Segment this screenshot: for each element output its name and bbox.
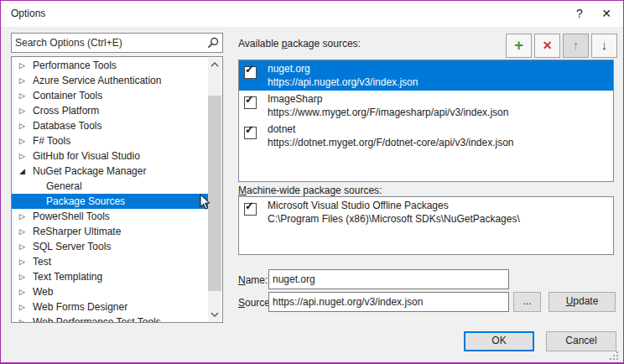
package-source-name: dotnet <box>268 123 295 135</box>
sidebar-item-web-performance-test-tools[interactable]: ▷Web Performance Test Tools <box>12 315 208 323</box>
search-icon <box>207 37 219 49</box>
package-source-url: C:\Program Files (x86)\Microsoft SDKs\Nu… <box>268 213 520 225</box>
sidebar-item-web-forms-designer[interactable]: ▷Web Forms Designer <box>12 299 208 315</box>
machine-wide-sources-list: ✓Microsoft Visual Studio Offline Package… <box>238 196 614 255</box>
title-bar[interactable]: Options ? ✕ <box>1 1 623 27</box>
tree-collapsed-icon[interactable]: ▷ <box>19 224 28 239</box>
enabled-checkbox[interactable]: ✓ <box>244 66 257 79</box>
browse-button[interactable]: ... <box>513 292 541 312</box>
sidebar-item-github-for-visual-studio[interactable]: ▷GitHub for Visual Studio <box>12 148 208 164</box>
sidebar-item-label: Performance Tools <box>33 60 117 71</box>
package-source-item[interactable]: ✓dotnethttps://dotnet.myget.org/F/dotnet… <box>239 121 613 151</box>
package-source-item[interactable]: ✓Microsoft Visual Studio Offline Package… <box>239 197 613 227</box>
checkmark-icon: ✓ <box>245 200 254 211</box>
sidebar-item-f-tools[interactable]: ▷F# Tools <box>12 133 208 148</box>
sidebar-item-performance-tools[interactable]: ▷Performance Tools <box>12 58 208 73</box>
sidebar-item-label: Package Sources <box>46 195 125 207</box>
sidebar-item-label: Web <box>33 286 53 298</box>
available-sources-label: Available package sources: <box>238 38 361 49</box>
checkmark-icon: ✓ <box>245 64 254 75</box>
sidebar-item-label: PowerShell Tools <box>33 211 110 222</box>
tree-collapsed-icon[interactable]: ▷ <box>19 133 28 148</box>
available-sources-list: ✓nuget.orghttps://api.nuget.org/v3/index… <box>238 60 614 182</box>
scrollbar-thumb[interactable] <box>208 96 221 291</box>
enabled-checkbox[interactable]: ✓ <box>244 96 257 109</box>
add-source-button[interactable]: + <box>506 34 532 58</box>
sidebar-item-azure-service-authentication[interactable]: ▷Azure Service Authentication <box>12 73 208 88</box>
sidebar-item-label: Azure Service Authentication <box>33 75 161 86</box>
sidebar-item-powershell-tools[interactable]: ▷PowerShell Tools <box>12 209 208 224</box>
tree-collapsed-icon[interactable]: ▷ <box>19 118 28 133</box>
source-field[interactable] <box>268 292 509 312</box>
scroll-up-icon[interactable] <box>208 58 221 71</box>
sidebar-item-sql-server-tools[interactable]: ▷SQL Server Tools <box>12 239 208 254</box>
arrow-up-icon: ↑ <box>573 38 580 52</box>
package-source-item[interactable]: ✓nuget.orghttps://api.nuget.org/v3/index… <box>239 60 613 91</box>
sidebar-item-cross-platform[interactable]: ▷Cross Platform <box>12 103 208 118</box>
sidebar-item-nuget-package-manager[interactable]: ◢NuGet Package Manager <box>12 164 208 179</box>
enabled-checkbox[interactable]: ✓ <box>244 127 257 139</box>
sidebar-item-label: Web Forms Designer <box>33 301 127 313</box>
close-icon: ✕ <box>601 7 611 20</box>
delete-x-icon: ✕ <box>543 39 553 52</box>
sidebar-item-label: SQL Server Tools <box>33 241 111 252</box>
package-source-url: https://www.myget.org/F/imagesharp/api/v… <box>268 107 508 118</box>
tree-collapsed-icon[interactable]: ▷ <box>19 58 28 73</box>
tree-collapsed-icon[interactable]: ▷ <box>19 73 28 88</box>
tree-collapsed-icon[interactable]: ▷ <box>19 315 28 323</box>
sidebar-item-text-templating[interactable]: ▷Text Templating <box>12 269 208 284</box>
package-source-name: Microsoft Visual Studio Offline Packages <box>268 200 449 211</box>
tree-collapsed-icon[interactable]: ▷ <box>19 254 28 269</box>
tree-scrollbar[interactable] <box>208 58 221 321</box>
sidebar-item-label: Web Performance Test Tools <box>33 316 161 323</box>
remove-source-button[interactable]: ✕ <box>534 34 560 58</box>
options-tree: ▷Performance Tools▷Azure Service Authent… <box>11 56 223 323</box>
tree-collapsed-icon[interactable]: ▷ <box>19 103 28 118</box>
package-source-name: nuget.org <box>268 63 310 75</box>
tree-collapsed-icon[interactable]: ▷ <box>19 299 28 315</box>
sidebar-item-label: Container Tools <box>33 90 102 101</box>
tree-collapsed-icon[interactable]: ▷ <box>19 88 28 103</box>
sidebar-item-label: GitHub for Visual Studio <box>33 150 140 162</box>
options-dialog-window: Options ? ✕ ▷Performance Tools▷Azure Ser… <box>0 0 624 364</box>
plus-icon: + <box>514 36 523 54</box>
sidebar-item-label: General <box>46 180 82 192</box>
cancel-button[interactable]: Cancel <box>546 331 616 351</box>
package-source-name: ImageSharp <box>268 93 322 105</box>
tree-expanded-icon[interactable]: ◢ <box>19 164 28 179</box>
sidebar-item-package-sources[interactable]: Package Sources <box>12 194 208 209</box>
search-options-input[interactable] <box>12 34 210 52</box>
sidebar-item-general[interactable]: General <box>12 179 208 194</box>
move-up-button: ↑ <box>563 34 589 58</box>
scroll-down-icon[interactable] <box>208 308 221 321</box>
sidebar-item-label: Test <box>33 256 51 268</box>
name-field[interactable] <box>268 269 509 289</box>
help-icon: ? <box>576 7 583 20</box>
sidebar-item-label: Cross Platform <box>33 105 99 117</box>
package-source-item[interactable]: ✓ImageSharphttps://www.myget.org/F/image… <box>239 91 613 121</box>
sidebar-item-label: Database Tools <box>33 120 102 132</box>
move-down-button[interactable]: ↓ <box>591 34 617 58</box>
help-button[interactable]: ? <box>566 1 593 26</box>
update-button[interactable]: Update <box>549 292 616 312</box>
sidebar-item-container-tools[interactable]: ▷Container Tools <box>12 88 208 103</box>
tree-collapsed-icon[interactable]: ▷ <box>19 148 28 164</box>
tree-collapsed-icon[interactable]: ▷ <box>19 284 28 299</box>
sidebar-item-test[interactable]: ▷Test <box>12 254 208 269</box>
machine-wide-sources-label: Machine-wide package sources: <box>238 185 382 196</box>
resize-grip[interactable] <box>608 350 620 361</box>
sidebar-item-label: ReSharper Ultimate <box>33 226 121 237</box>
sidebar-item-resharper-ultimate[interactable]: ▷ReSharper Ultimate <box>12 224 208 239</box>
sidebar-item-database-tools[interactable]: ▷Database Tools <box>12 118 208 133</box>
checkmark-icon: ✓ <box>245 94 254 105</box>
window-title: Options <box>11 8 45 19</box>
search-box <box>11 33 223 53</box>
sidebar-item-label: NuGet Package Manager <box>33 165 146 177</box>
tree-collapsed-icon[interactable]: ▷ <box>19 269 28 284</box>
tree-collapsed-icon[interactable]: ▷ <box>19 239 28 254</box>
tree-collapsed-icon[interactable]: ▷ <box>19 209 28 224</box>
enabled-checkbox[interactable]: ✓ <box>244 203 257 216</box>
sidebar-item-web[interactable]: ▷Web <box>12 284 208 299</box>
ok-button[interactable]: OK <box>464 331 534 351</box>
close-button[interactable]: ✕ <box>593 1 620 26</box>
